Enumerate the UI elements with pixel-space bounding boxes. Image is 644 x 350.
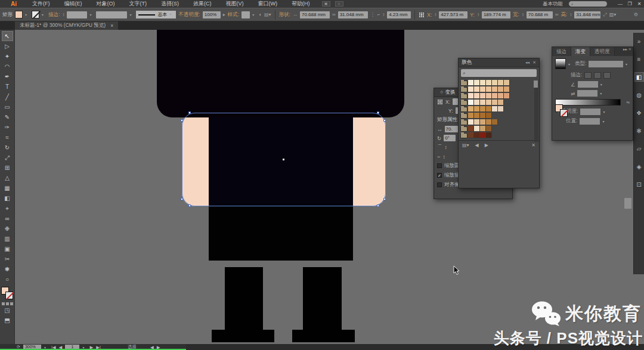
- rect-rotation-field[interactable]: 0°: [444, 135, 456, 141]
- left-foot-shape[interactable]: [212, 330, 274, 342]
- swatch-cell[interactable]: [492, 119, 498, 125]
- perspective-grid-tool[interactable]: △: [2, 173, 13, 183]
- swatch-cell[interactable]: [504, 86, 510, 92]
- drawing-mode-icon[interactable]: ◳: [2, 305, 13, 315]
- paintbrush-tool[interactable]: ✎: [2, 112, 13, 122]
- swatch-cell[interactable]: [468, 119, 474, 125]
- selection-center-point[interactable]: [283, 159, 284, 160]
- gradient-type-dropdown-icon[interactable]: ▾: [626, 62, 630, 66]
- swatch-cell[interactable]: [480, 126, 486, 132]
- library-close-icon[interactable]: ✕: [531, 143, 535, 148]
- y-field[interactable]: 189.774 m: [482, 11, 510, 18]
- corner-bottom-stepper[interactable]: ↕: [443, 154, 445, 160]
- swatch-cell[interactable]: [468, 93, 474, 99]
- workspace-switcher[interactable]: 基本功能: [543, 1, 563, 8]
- swatch-library-menu-icon[interactable]: ▤▾: [462, 143, 469, 148]
- zoom-tool[interactable]: ○: [2, 274, 13, 284]
- swatch-cell[interactable]: [498, 100, 504, 106]
- swatch-cell[interactable]: [468, 126, 474, 132]
- color-group-folder-icon[interactable]: [460, 94, 467, 99]
- fill-dropdown-icon[interactable]: ▾: [25, 13, 29, 17]
- menu-item[interactable]: 窗口(W): [251, 0, 285, 8]
- eyedropper-tool[interactable]: ⌖: [2, 203, 13, 213]
- anchor-point[interactable]: [383, 198, 386, 200]
- w-field[interactable]: 70.688 m: [527, 11, 553, 18]
- pen-tool[interactable]: ✒: [2, 72, 13, 82]
- panel-collapse-icon[interactable]: ⟐: [440, 90, 444, 95]
- swatch-cell[interactable]: [468, 80, 474, 86]
- swatch-cell[interactable]: [486, 106, 492, 112]
- stroke-panel-icon[interactable]: ≡: [634, 54, 644, 64]
- close-panel-icon[interactable]: ✕: [532, 60, 536, 65]
- color-group-folder-icon[interactable]: [460, 80, 467, 86]
- swatch-search-input[interactable]: ⌕: [461, 69, 537, 77]
- color-group-folder-icon[interactable]: [460, 120, 467, 125]
- constrain-proportions-icon[interactable]: ∞: [555, 12, 559, 17]
- w-stepper[interactable]: ↕: [522, 12, 524, 17]
- swatch-cell[interactable]: [474, 113, 480, 119]
- fill-color-swatch[interactable]: [15, 11, 23, 18]
- gradient-angle-dropdown-icon[interactable]: ▾: [600, 82, 605, 86]
- color-group-folder-icon[interactable]: [460, 133, 467, 138]
- x-stepper[interactable]: ↕: [434, 12, 436, 17]
- shape-builder-tool[interactable]: ⊞: [2, 163, 13, 173]
- swatch-cell[interactable]: [474, 132, 480, 138]
- gradient-type-dropdown[interactable]: [589, 61, 623, 67]
- toolbar-stroke-swatch[interactable]: [5, 292, 13, 299]
- gradient-opacity-field[interactable]: [580, 109, 600, 115]
- swatch-cell[interactable]: [486, 100, 492, 106]
- swatch-cell[interactable]: [492, 100, 498, 106]
- gradient-tool[interactable]: ◧: [2, 193, 13, 203]
- rectangle-tool[interactable]: ▭: [2, 102, 13, 112]
- gradient-fill-stroke-proxy[interactable]: [555, 104, 569, 117]
- swatch-cell[interactable]: [504, 80, 510, 86]
- swatch-cell[interactable]: [480, 106, 486, 112]
- menu-item[interactable]: 文件(F): [25, 0, 57, 8]
- shorts-shape[interactable]: [209, 206, 353, 261]
- shape-link-icon[interactable]: ∞: [332, 12, 336, 17]
- screen-mode-icon-toolbar[interactable]: ⬒: [2, 315, 13, 326]
- swatch-cell[interactable]: [486, 126, 492, 132]
- menu-item[interactable]: 效果(C): [186, 0, 219, 8]
- gradient-location-dropdown-icon[interactable]: ▾: [602, 119, 606, 123]
- mesh-tool[interactable]: ▦: [2, 183, 13, 193]
- shear-dropdown-icon[interactable]: ▨▾: [609, 12, 617, 17]
- anchor-point[interactable]: [188, 111, 191, 114]
- width-profile-dropdown-icon[interactable]: ▾: [129, 13, 134, 17]
- slice-tool[interactable]: ✂: [2, 254, 13, 264]
- swatch-cell[interactable]: [474, 100, 480, 106]
- brush-definition-dropdown[interactable]: 基本▾: [136, 11, 176, 18]
- swatch-cell[interactable]: [474, 93, 480, 99]
- opacity-expand-icon[interactable]: ▸: [223, 12, 225, 17]
- proxy-stroke-swatch[interactable]: [560, 109, 568, 117]
- anchor-point[interactable]: [383, 119, 386, 122]
- symbols-panel-icon[interactable]: ◍: [634, 90, 644, 100]
- artboard-tool[interactable]: ▣: [2, 244, 13, 254]
- head-shape[interactable]: [157, 30, 404, 117]
- appearance-panel-icon[interactable]: ✻: [634, 126, 644, 135]
- style-dropdown-icon[interactable]: ▾: [252, 13, 256, 17]
- swatch-cell[interactable]: [486, 86, 492, 92]
- stroke-label[interactable]: 描边:: [48, 11, 60, 18]
- color-group-folder-icon[interactable]: [460, 87, 467, 92]
- gradient-aspect-field[interactable]: [577, 90, 597, 97]
- swatch-cell[interactable]: [486, 93, 492, 99]
- search-input[interactable]: ⌕: [569, 1, 607, 7]
- swatch-cell[interactable]: [498, 86, 504, 92]
- width-profile-dropdown[interactable]: [96, 11, 127, 18]
- swatch-cell[interactable]: [486, 119, 492, 125]
- swatch-cell[interactable]: [480, 80, 486, 86]
- menu-item[interactable]: 视图(V): [219, 0, 251, 8]
- swatch-cell[interactable]: [474, 86, 480, 92]
- stroke-color-swatch[interactable]: [32, 11, 39, 18]
- swatch-cell[interactable]: [492, 93, 498, 99]
- h-field[interactable]: 31.848 mm: [574, 11, 600, 18]
- shape-width-field[interactable]: 70.688 mm: [300, 11, 330, 18]
- swatches-panel-title[interactable]: 肤色 ◂◂ ✕: [459, 58, 539, 67]
- color-group-folder-icon[interactable]: [460, 113, 467, 119]
- menu-item[interactable]: 编辑(E): [57, 0, 89, 8]
- gradient-preset-dropdown-icon[interactable]: ▾: [568, 62, 572, 66]
- stroke-weight-dropdown-icon[interactable]: ▾: [89, 13, 94, 17]
- scale-icon[interactable]: ⤢: [603, 12, 606, 18]
- checkbox[interactable]: [437, 163, 442, 168]
